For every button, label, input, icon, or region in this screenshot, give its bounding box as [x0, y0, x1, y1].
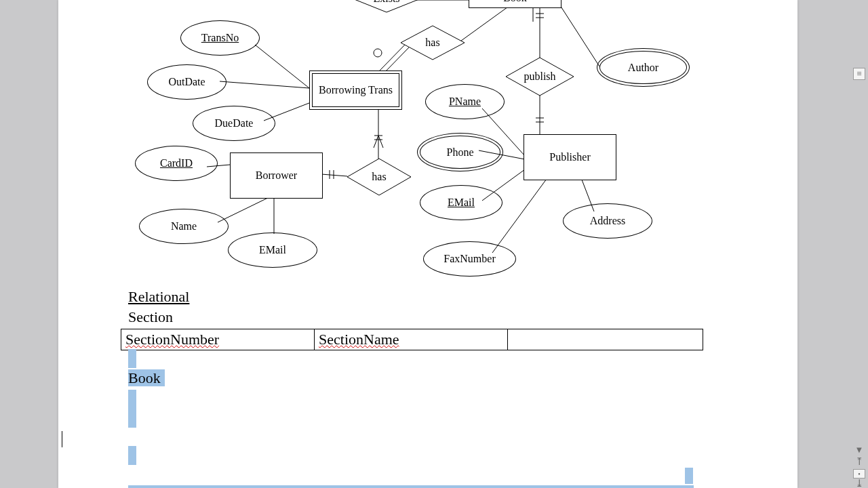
- attr-outdate-label: OutDate: [168, 76, 205, 88]
- attr-email-pub-label: EMail: [448, 197, 475, 209]
- entity-borrower-label: Borrower: [256, 169, 297, 182]
- attr-name-label: Name: [171, 220, 197, 232]
- scroll-down-icon[interactable]: ▼: [853, 445, 865, 455]
- attr-email-borrower: EMail: [228, 232, 317, 268]
- col-empty: [508, 329, 703, 350]
- svg-line-9: [321, 174, 347, 176]
- rel-has-bottom-label: has: [347, 159, 411, 195]
- attr-author-label: Author: [628, 62, 658, 74]
- entity-publisher-label: Publisher: [549, 151, 590, 163]
- ruler-toggle-icon[interactable]: ≡: [853, 68, 865, 80]
- svg-line-14: [218, 197, 271, 222]
- document-page: Book Borrowing Trans Borrower Publisher …: [58, 0, 797, 488]
- entity-book-label: Book: [503, 0, 527, 4]
- entity-borrowing-trans-label: Borrowing Trans: [319, 84, 393, 96]
- heading-book-label: Book: [128, 369, 165, 386]
- attr-email-pub: EMail: [420, 185, 502, 220]
- selection-mark-3: [128, 446, 136, 465]
- attr-pname-label: PName: [449, 96, 481, 108]
- table-section: SectionNumber SectionName: [121, 329, 703, 350]
- attr-faxnumber-label: FaxNumber: [443, 253, 495, 265]
- svg-line-2: [458, 5, 510, 43]
- attr-duedate-label: DueDate: [215, 117, 254, 129]
- attr-faxnumber: FaxNumber: [423, 241, 516, 277]
- rel-publish: publish: [506, 58, 574, 96]
- entity-borrower: Borrower: [230, 152, 323, 199]
- svg-line-28: [492, 179, 547, 253]
- rel-exists: Exists: [353, 0, 420, 12]
- selection-mark-5: [128, 485, 694, 488]
- attr-cardid: CardID: [135, 146, 218, 181]
- heading-relational: Relational: [128, 288, 189, 306]
- attr-name: Name: [139, 209, 229, 244]
- selection-mark-4: [685, 468, 693, 484]
- entity-publisher: Publisher: [524, 134, 616, 180]
- attr-duedate: DueDate: [193, 106, 275, 141]
- attr-phone: Phone: [417, 133, 503, 171]
- selection-mark: [128, 349, 136, 368]
- heading-book: Book: [128, 369, 165, 387]
- col-section-name: SectionName: [319, 331, 399, 348]
- next-page-icon[interactable]: ⤓: [853, 477, 865, 488]
- prev-page-icon[interactable]: ⤒: [853, 455, 865, 468]
- rel-has-top: has: [401, 26, 465, 60]
- svg-point-5: [374, 49, 382, 57]
- col-section-number: SectionNumber: [125, 331, 219, 348]
- attr-transno: TransNo: [180, 20, 260, 56]
- entity-borrowing-trans: Borrowing Trans: [309, 70, 402, 110]
- svg-line-16: [255, 45, 309, 88]
- rel-exists-label: Exists: [353, 0, 420, 12]
- attr-transno-label: TransNo: [201, 32, 239, 44]
- rel-publish-label: publish: [506, 58, 574, 96]
- entity-book: Book: [469, 0, 561, 8]
- rel-has-top-label: has: [401, 26, 465, 60]
- rel-has-bottom: has: [347, 159, 411, 195]
- attr-phone-label: Phone: [447, 146, 474, 159]
- attr-cardid-label: CardID: [160, 157, 193, 169]
- attr-address: Address: [563, 203, 652, 239]
- attr-email-borrower-label: EMail: [259, 244, 286, 256]
- attr-outdate: OutDate: [147, 64, 226, 100]
- attr-address-label: Address: [590, 215, 625, 227]
- attr-pname: PName: [425, 84, 505, 119]
- attr-author: Author: [597, 48, 690, 87]
- selection-mark-2: [128, 390, 136, 428]
- heading-section: Section: [128, 308, 173, 326]
- svg-line-17: [220, 81, 309, 88]
- text-cursor: [62, 431, 62, 447]
